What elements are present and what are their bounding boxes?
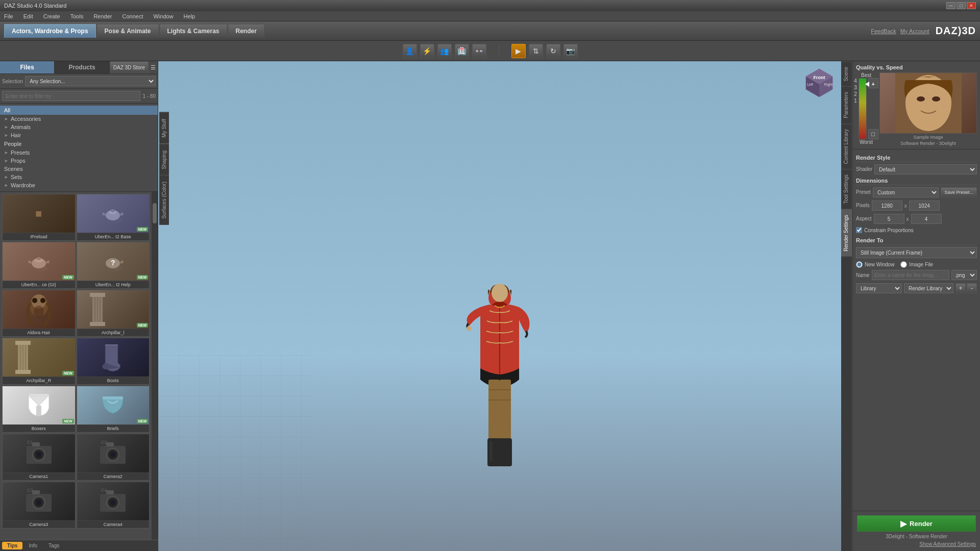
selection-dropdown[interactable]: Any Selection... — [25, 76, 156, 86]
new-window-radio: New Window — [856, 261, 894, 268]
list-item[interactable]: ? NEW UberEn... t2 Help — [77, 242, 150, 289]
list-item[interactable]: Aldora Hair — [2, 290, 76, 337]
render-to-select[interactable]: Still Image (Current Frame) — [856, 247, 977, 258]
menu-file[interactable]: File — [2, 12, 15, 20]
list-item[interactable]: Boots — [77, 338, 150, 385]
tab-files[interactable]: Files — [0, 61, 55, 73]
list-item[interactable]: C4 Camera4 — [77, 482, 150, 529]
name-row: Name .png .jpg .tif — [856, 270, 977, 280]
image-file-radio-input[interactable] — [900, 261, 907, 268]
svg-text:Right: Right — [824, 83, 832, 87]
shader-select[interactable]: Default — [874, 164, 977, 174]
list-item[interactable]: NEW UberEn... t2 Base — [77, 194, 150, 241]
list-item[interactable]: ■ !Preload — [2, 194, 76, 241]
pixel-height-input[interactable] — [909, 201, 940, 211]
pixel-width-input[interactable] — [872, 201, 902, 211]
tab-render[interactable]: Render — [228, 24, 264, 38]
icon-rotate[interactable]: ↻ — [546, 44, 560, 58]
lib-remove-button[interactable]: - — [967, 283, 977, 293]
close-button[interactable]: ✕ — [967, 2, 976, 9]
aspect-height-input[interactable] — [911, 214, 942, 224]
list-item[interactable]: NEW UberEn... ce (GI) — [2, 242, 76, 289]
list-item[interactable]: NEW Boxers — [2, 386, 76, 433]
q-icon-best[interactable]: ▲ — [868, 78, 878, 88]
category-accessories[interactable]: ► Accessories — [0, 115, 158, 123]
name-input[interactable] — [872, 270, 949, 280]
menu-create[interactable]: Create — [41, 12, 62, 20]
icon-prop[interactable]: 🏥 — [455, 44, 469, 58]
category-sets[interactable]: ► Sets — [0, 173, 158, 181]
my-stuff-tab[interactable]: My Stuff — [159, 112, 169, 144]
render-library-select[interactable]: Render Library — [904, 283, 953, 293]
menu-tools[interactable]: Tools — [68, 12, 86, 20]
account-button[interactable]: My Account — [900, 28, 929, 34]
preset-select[interactable]: Custom — [873, 187, 939, 197]
category-people[interactable]: People — [0, 139, 158, 148]
save-preset-button[interactable]: Save Preset... — [941, 187, 977, 197]
list-item[interactable]: NEW Archpillar_R — [2, 338, 76, 385]
lib-add-button[interactable]: + — [955, 283, 966, 293]
render-button[interactable]: ▶ Render — [857, 515, 976, 532]
maximize-button[interactable]: □ — [957, 2, 966, 9]
category-presets[interactable]: ► Presets — [0, 148, 158, 157]
category-hair[interactable]: ► Hair — [0, 131, 158, 139]
list-item[interactable]: NEW Archpillar_l — [77, 290, 150, 337]
menu-render[interactable]: Render — [91, 12, 114, 20]
shaping-tab[interactable]: Shaping — [159, 144, 169, 176]
tool-settings-tab[interactable]: Tool Settings — [841, 169, 852, 209]
nav-cube[interactable]: Front Left Right — [803, 66, 836, 99]
info-tab[interactable]: Info — [23, 542, 42, 549]
tab-actors-wardrobe[interactable]: Actors, Wardrobe & Props — [4, 24, 96, 38]
tab-pose-animate[interactable]: Pose & Animate — [97, 24, 159, 38]
ext-select[interactable]: .png .jpg .tif — [951, 270, 977, 280]
viewport[interactable]: Front Left Right — [158, 61, 841, 551]
tab-lights-cameras[interactable]: Lights & Cameras — [160, 24, 227, 38]
category-animals[interactable]: ► Animals — [0, 123, 158, 131]
scroll-bar[interactable] — [152, 192, 158, 551]
category-props[interactable]: ► Props — [0, 157, 158, 165]
tags-tab[interactable]: Tags — [43, 542, 64, 549]
show-advanced-link[interactable]: Show Advanced Settings — [857, 541, 976, 547]
scroll-thumb[interactable] — [153, 203, 157, 223]
category-all[interactable]: All — [0, 106, 158, 115]
menu-connect[interactable]: Connect — [120, 12, 145, 20]
svg-rect-47 — [32, 490, 40, 494]
list-item[interactable]: C1 Camera1 — [2, 434, 76, 481]
side-tabs: My Stuff Shaping Surfaces (Color) — [159, 112, 169, 225]
icon-pose[interactable]: ⚡ — [420, 44, 434, 58]
surfaces-color-tab[interactable]: Surfaces (Color) — [159, 175, 169, 225]
tab-products[interactable]: Products — [55, 61, 109, 73]
search-input[interactable] — [2, 91, 140, 101]
menu-help[interactable]: Help — [182, 12, 198, 20]
scene-tab[interactable]: Scene — [841, 61, 852, 86]
icon-viewport-1[interactable]: ▶ — [511, 44, 526, 58]
menu-edit[interactable]: Edit — [21, 12, 35, 20]
icon-figure[interactable]: 👤 — [403, 44, 417, 58]
tips-tab[interactable]: Tips — [2, 542, 22, 549]
icon-translate[interactable]: ⇅ — [529, 44, 543, 58]
q-icon-worst[interactable]: ☐ — [868, 129, 878, 139]
library-select[interactable]: Library — [856, 283, 902, 293]
new-window-radio-input[interactable] — [856, 261, 863, 268]
icon-scene[interactable]: 👥 — [437, 44, 452, 58]
constrain-checkbox[interactable] — [856, 227, 862, 233]
content-library-tab[interactable]: Content Library — [841, 123, 852, 169]
icon-wearable[interactable]: 👓 — [472, 44, 486, 58]
panel-menu-icon[interactable]: ☰ — [149, 61, 158, 73]
list-item[interactable]: C2 Camera2 — [77, 434, 150, 481]
parameters-tab[interactable]: Parameters — [841, 86, 852, 123]
aspect-width-input[interactable] — [874, 214, 904, 224]
category-scenes[interactable]: Scenes — [0, 165, 158, 173]
icon-camera-icon[interactable]: 📷 — [564, 44, 578, 58]
app-title: DAZ Studio 4.0 Standard — [4, 3, 66, 9]
render-button-area: ▶ Render 3Delight - Software Render Show… — [853, 511, 980, 551]
minimize-button[interactable]: ─ — [946, 2, 955, 9]
render-settings-tab[interactable]: Render Settings — [841, 209, 852, 257]
daz-logo: DAZ)3D — [936, 25, 976, 37]
daz-store-button[interactable]: DAZ 3D Store — [110, 61, 149, 73]
list-item[interactable]: C3 Camera3 — [2, 482, 76, 529]
list-item[interactable]: NEW Briefs — [77, 386, 150, 433]
menu-window[interactable]: Window — [151, 12, 175, 20]
category-wardrobe[interactable]: ► Wardrobe — [0, 181, 158, 189]
feedback-button[interactable]: FeedBack — [871, 28, 896, 34]
